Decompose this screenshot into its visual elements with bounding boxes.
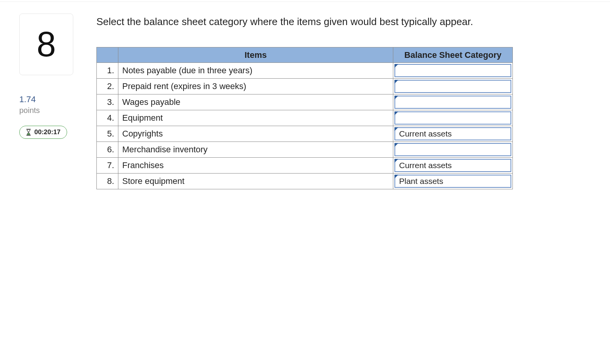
row-answer-cell	[393, 142, 513, 158]
dropdown-value: Current assets	[399, 129, 452, 138]
category-dropdown[interactable]	[394, 96, 511, 109]
row-answer-cell	[393, 63, 513, 79]
category-dropdown[interactable]	[394, 111, 511, 125]
row-item: Wages payable	[118, 94, 393, 110]
row-number: 5.	[97, 126, 118, 142]
question-number: 8	[37, 25, 56, 64]
dropdown-caret-icon	[394, 127, 398, 131]
table-row: 7. Franchises Current assets	[97, 158, 513, 174]
row-answer-cell	[393, 94, 513, 110]
dropdown-caret-icon	[394, 143, 398, 147]
category-dropdown[interactable]	[394, 64, 511, 77]
row-number: 3.	[97, 94, 118, 110]
dropdown-caret-icon	[394, 111, 398, 115]
points-label: points	[19, 106, 40, 115]
table-row: 3. Wages payable	[97, 94, 513, 110]
row-number: 6.	[97, 142, 118, 158]
table-header-row: Items Balance Sheet Category	[97, 47, 513, 63]
row-item: Merchandise inventory	[118, 142, 393, 158]
row-number: 8.	[97, 174, 118, 189]
table-row: 5. Copyrights Current assets	[97, 126, 513, 142]
row-item: Store equipment	[118, 174, 393, 189]
header-corner	[97, 47, 118, 63]
category-dropdown[interactable]	[394, 80, 511, 93]
question-prompt: Select the balance sheet category where …	[96, 16, 513, 28]
dropdown-caret-icon	[394, 159, 398, 163]
row-item: Prepaid rent (expires in 3 weeks)	[118, 79, 393, 94]
category-dropdown[interactable]	[394, 143, 511, 156]
table-row: 8. Store equipment Plant assets	[97, 174, 513, 189]
dropdown-value: Current assets	[399, 161, 452, 170]
question-sidebar: 8 1.74 points 00:20:17	[19, 13, 77, 189]
question-number-card: 8	[19, 13, 73, 75]
row-answer-cell: Current assets	[393, 126, 513, 142]
table-row: 2. Prepaid rent (expires in 3 weeks)	[97, 79, 513, 94]
dropdown-caret-icon	[394, 175, 398, 179]
table-row: 4. Equipment	[97, 110, 513, 126]
header-items: Items	[118, 47, 393, 63]
dropdown-caret-icon	[394, 96, 398, 99]
row-answer-cell	[393, 110, 513, 126]
table-row: 1. Notes payable (due in three years)	[97, 63, 513, 79]
row-answer-cell: Current assets	[393, 158, 513, 174]
dropdown-caret-icon	[394, 64, 398, 68]
points-block: 1.74 points	[19, 94, 40, 115]
hourglass-icon	[26, 129, 31, 136]
row-number: 7.	[97, 158, 118, 174]
category-dropdown[interactable]: Current assets	[394, 159, 511, 172]
row-answer-cell: Plant assets	[393, 174, 513, 189]
dropdown-value: Plant assets	[399, 177, 443, 186]
dropdown-caret-icon	[394, 80, 398, 84]
row-item: Equipment	[118, 110, 393, 126]
row-answer-cell	[393, 79, 513, 94]
category-dropdown[interactable]: Current assets	[394, 127, 511, 140]
row-item: Franchises	[118, 158, 393, 174]
row-number: 1.	[97, 63, 118, 79]
category-dropdown[interactable]: Plant assets	[394, 175, 511, 188]
row-number: 2.	[97, 79, 118, 94]
row-item: Notes payable (due in three years)	[118, 63, 393, 79]
items-table: Items Balance Sheet Category 1. Notes pa…	[96, 47, 513, 189]
timer-value: 00:20:17	[34, 128, 61, 136]
table-row: 6. Merchandise inventory	[97, 142, 513, 158]
row-number: 4.	[97, 110, 118, 126]
question-main: Select the balance sheet category where …	[96, 13, 513, 189]
row-item: Copyrights	[118, 126, 393, 142]
timer-pill: 00:20:17	[19, 126, 67, 139]
header-category: Balance Sheet Category	[393, 47, 513, 63]
points-value: 1.74	[19, 94, 40, 104]
